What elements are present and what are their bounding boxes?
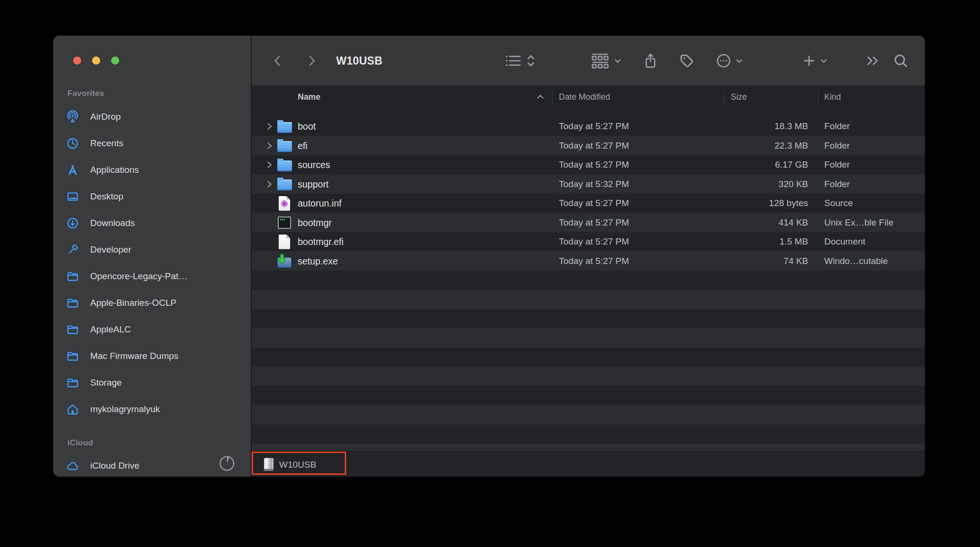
file-size: 128 bytes — [728, 198, 808, 208]
folder-icon — [276, 138, 292, 154]
column-divider[interactable] — [552, 90, 553, 104]
forward-button[interactable] — [306, 52, 318, 69]
sidebar-item-recents[interactable]: Recents — [62, 134, 246, 153]
sidebar-item-opencore-legacy-patcher[interactable]: Opencore-Legacy-Pat… — [62, 267, 246, 286]
file-row-bootmgr[interactable]: bootmgr Today at 5:27 PM 414 KB Unix Ex…… — [252, 213, 925, 233]
file-row-setup-exe[interactable]: setup.exe Today at 5:27 PM 74 KB Windo…c… — [252, 252, 925, 271]
sidebar-item-label: AirDrop — [90, 112, 121, 122]
sidebar-item-developer[interactable]: Developer — [62, 240, 246, 259]
chevron-down-icon — [735, 57, 744, 65]
sidebar-item-apple-binaries-oclp[interactable]: Apple-Binaries-OCLP — [62, 293, 246, 312]
file-name: setup.exe — [298, 255, 338, 266]
annotation-highlight-box — [252, 452, 346, 475]
file-name: autorun.inf — [298, 198, 341, 209]
folder-icon — [276, 157, 292, 173]
file-date: Today at 5:27 PM — [559, 217, 629, 228]
chevron-down-icon — [820, 57, 828, 65]
folder-icon — [276, 118, 292, 134]
folder-icon — [62, 376, 84, 389]
sidebar-item-label: Desktop — [90, 191, 123, 202]
sidebar-item-applications[interactable]: Applications — [62, 160, 246, 179]
column-divider[interactable] — [724, 90, 724, 104]
sidebar-item-storage[interactable]: Storage — [62, 373, 246, 392]
chevron-right-icon — [306, 52, 318, 69]
column-header-kind[interactable]: Kind — [824, 92, 841, 102]
window-title: W10USB — [336, 55, 383, 67]
view-options-button[interactable] — [504, 53, 536, 69]
folder-icon — [62, 323, 84, 336]
sidebar-section-header-icloud: iCloud — [67, 438, 93, 450]
file-name: support — [298, 179, 329, 189]
file-kind: Folder — [824, 160, 850, 170]
column-header-date-modified[interactable]: Date Modified — [559, 92, 610, 102]
file-date: Today at 5:27 PM — [559, 236, 629, 247]
appstore-icon — [62, 163, 84, 177]
more-actions-button[interactable] — [716, 53, 744, 69]
disclosure-chevron-icon[interactable] — [266, 180, 273, 189]
file-date: Today at 5:27 PM — [559, 160, 629, 170]
double-chevron-right-icon — [865, 54, 881, 68]
disclosure-chevron-icon[interactable] — [266, 141, 273, 150]
back-button[interactable] — [272, 52, 283, 69]
toolbar-overflow-button[interactable] — [865, 54, 881, 68]
sidebar-item-mac-firmware-dumps[interactable]: Mac Firmware Dumps — [62, 347, 246, 366]
file-kind: Folder — [824, 121, 850, 132]
sidebar-item-label: Opencore-Legacy-Pat… — [90, 271, 188, 282]
file-size: 74 KB — [728, 256, 808, 266]
file-date: Today at 5:27 PM — [559, 121, 629, 132]
file-row-autorun-inf[interactable]: autorun.inf Today at 5:27 PM 128 bytes S… — [252, 194, 925, 213]
column-header-size[interactable]: Size — [731, 92, 747, 102]
folder-icon — [62, 270, 84, 283]
chevron-down-icon — [613, 57, 622, 65]
sidebar-item-icloud-drive[interactable]: iCloud Drive — [62, 456, 246, 475]
new-item-button[interactable] — [802, 54, 828, 68]
sidebar-item-downloads[interactable]: Downloads — [62, 214, 246, 233]
column-divider[interactable] — [818, 90, 819, 104]
group-by-button[interactable] — [590, 53, 622, 69]
file-name: efi — [298, 140, 308, 151]
file-kind: Folder — [824, 179, 850, 189]
file-row-efi[interactable]: efi Today at 5:27 PM 22.3 MB Folder — [252, 136, 925, 156]
zoom-button[interactable] — [111, 57, 119, 65]
executable-file-icon — [276, 215, 292, 231]
minimize-button[interactable] — [92, 57, 100, 65]
close-button[interactable] — [73, 57, 81, 65]
installer-icon — [276, 253, 292, 269]
sidebar-item-label: Apple-Binaries-OCLP — [90, 298, 177, 308]
sidebar-item-airdrop[interactable]: AirDrop — [62, 107, 246, 126]
sort-ascending-icon — [536, 93, 545, 101]
sidebar-item-label: Applications — [90, 165, 139, 175]
file-date: Today at 5:27 PM — [559, 141, 629, 151]
file-kind: Unix Ex…ble File — [824, 217, 894, 228]
sidebar-item-desktop[interactable]: Desktop — [62, 187, 246, 206]
list-header: Name Date Modified Size Kind — [252, 85, 925, 109]
file-name: bootmgr — [298, 217, 332, 228]
file-size: 320 KB — [728, 179, 808, 189]
file-row-bootmgr-efi[interactable]: bootmgr.efi Today at 5:27 PM 1.5 MB Docu… — [252, 232, 925, 252]
tag-button[interactable] — [678, 52, 695, 69]
file-row-boot[interactable]: boot Today at 5:27 PM 18.3 MB Folder — [252, 117, 925, 136]
file-kind: Document — [824, 236, 866, 247]
chevron-left-icon — [272, 52, 283, 69]
ellipsis-circle-icon — [716, 53, 732, 69]
tag-icon — [678, 52, 695, 69]
file-size: 18.3 MB — [728, 121, 808, 132]
search-button[interactable] — [893, 53, 909, 69]
clock-icon — [62, 137, 84, 150]
share-button[interactable] — [642, 52, 659, 69]
file-row-support[interactable]: support Today at 5:32 PM 320 KB Folder — [252, 175, 925, 194]
hammer-icon — [62, 243, 84, 256]
column-header-name[interactable]: Name — [298, 92, 320, 102]
sidebar: Favorites AirDrop — [53, 36, 252, 477]
sidebar-item-label: iCloud Drive — [90, 461, 139, 471]
sidebar-item-home[interactable]: mykolagrymalyuk — [62, 400, 246, 419]
sidebar-item-applealc[interactable]: AppleALC — [62, 320, 246, 339]
sidebar-item-label: Downloads — [90, 218, 135, 228]
toolbar: W10USB — [252, 36, 925, 86]
file-size: 1.5 MB — [728, 236, 808, 247]
file-name: boot — [298, 121, 316, 132]
disclosure-chevron-icon[interactable] — [266, 122, 273, 131]
file-row-sources[interactable]: sources Today at 5:27 PM 6.17 GB Folder — [252, 155, 925, 175]
disclosure-chevron-icon[interactable] — [266, 160, 273, 169]
group-items-icon — [590, 53, 610, 69]
